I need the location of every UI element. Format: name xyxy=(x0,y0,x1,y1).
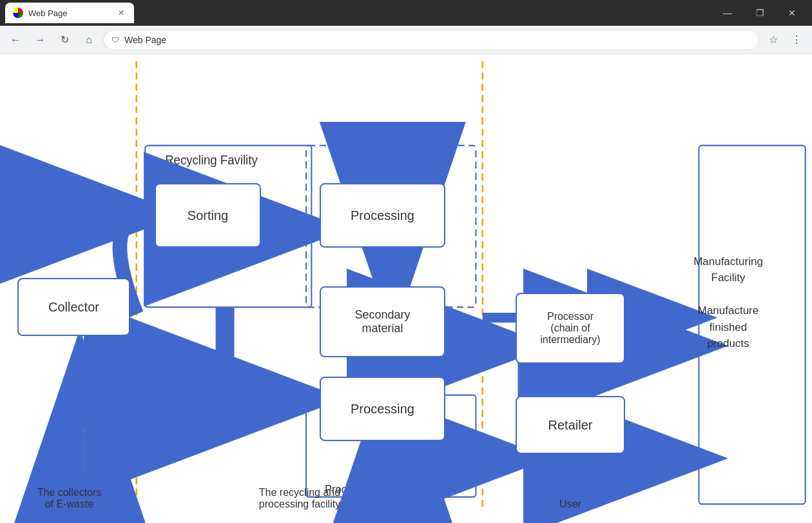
manufacturing-box-content: Manufacturing Facility Manufacture finis… xyxy=(680,144,777,460)
collector-box: Collector xyxy=(17,278,130,336)
page-content: Recycling Favility Processing Facility E… xyxy=(0,54,812,523)
processing-top-box: Processing xyxy=(320,183,445,248)
svg-text:Recycling Favility: Recycling Favility xyxy=(165,153,258,168)
bookmark-button[interactable]: ☆ xyxy=(763,30,784,50)
title-bar: Web Page ✕ — ❐ ✕ xyxy=(0,0,812,26)
chrome-icon xyxy=(13,8,23,18)
browser-tab[interactable]: Web Page ✕ xyxy=(5,3,134,23)
close-button[interactable]: ✕ xyxy=(777,3,807,23)
window-controls: — ❐ ✕ xyxy=(713,3,807,23)
forward-button[interactable]: → xyxy=(30,30,50,50)
processing-bottom-box: Processing xyxy=(320,377,445,441)
col3-label: User xyxy=(470,498,670,510)
nav-right-buttons: ☆ ⋮ xyxy=(763,30,807,50)
retailer-box: Retailer xyxy=(516,396,625,454)
col1-label: The collectors of E-waste xyxy=(6,475,132,510)
diagram: Recycling Favility Processing Facility E… xyxy=(0,54,812,523)
minimize-button[interactable]: — xyxy=(713,3,742,23)
refresh-button[interactable]: ↻ xyxy=(54,30,75,50)
maximize-button[interactable]: ❐ xyxy=(745,3,775,23)
security-icon: 🛡 xyxy=(111,35,119,44)
nav-bar: ← → ↻ ⌂ 🛡 Web Page ☆ ⋮ xyxy=(0,26,812,54)
menu-button[interactable]: ⋮ xyxy=(786,30,807,50)
tab-title: Web Page xyxy=(28,8,111,18)
sorting-box: Sorting xyxy=(155,183,261,248)
secondary-material-box: Secondary material xyxy=(320,286,445,357)
back-button[interactable]: ← xyxy=(5,30,26,50)
chrome-window: Web Page ✕ — ❐ ✕ ← → ↻ ⌂ 🛡 Web Page ☆ ⋮ xyxy=(0,0,812,523)
tab-close-button[interactable]: ✕ xyxy=(116,8,126,18)
col2-label: The recycling and processing facility xyxy=(139,475,461,510)
svg-text:E-waste: E-waste xyxy=(81,427,93,469)
home-button[interactable]: ⌂ xyxy=(79,30,99,50)
address-bar[interactable]: 🛡 Web Page xyxy=(103,30,759,50)
address-text: Web Page xyxy=(124,35,166,45)
processor-box: Processor (chain of intermediary) xyxy=(516,293,625,364)
